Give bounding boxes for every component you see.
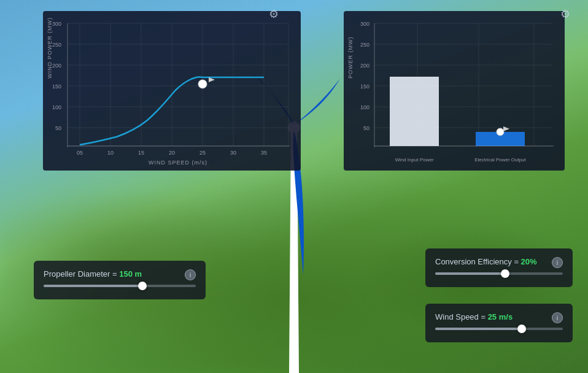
electrical-output-label: Electrical Power Output [474,157,526,163]
conversion-slider-track[interactable] [435,272,563,275]
conversion-info-button[interactable]: i [552,257,563,268]
svg-text:15: 15 [138,150,144,156]
svg-text:150: 150 [52,83,61,90]
svg-text:25: 25 [199,150,206,156]
svg-point-30 [198,80,207,88]
conversion-slider-thumb[interactable] [501,269,509,278]
windspeed-slider-thumb[interactable] [517,325,526,333]
svg-text:250: 250 [360,42,369,48]
svg-text:10: 10 [107,150,114,156]
svg-text:20: 20 [169,150,175,156]
wind-power-chart: WIND POWER (MW) 300 250 200 150 100 50 0… [43,11,301,171]
svg-text:300: 300 [52,21,61,27]
gear-right-icon[interactable]: ⚙ [560,7,570,21]
gear-left-icon[interactable]: ⚙ [269,7,279,21]
diameter-value: 150 m [119,269,142,279]
power-comparison-chart: POWER (MW) 300 250 200 150 100 50 Wind I… [344,11,565,171]
svg-text:05: 05 [77,150,83,156]
svg-text:200: 200 [52,63,61,69]
svg-text:300: 300 [360,21,369,27]
svg-rect-51 [390,77,439,146]
diameter-slider-thumb[interactable] [138,282,147,290]
svg-text:WIND SPEED (m/s): WIND SPEED (m/s) [149,160,207,166]
conversion-efficiency-panel: Conversion Efficiency = 20% i [425,248,573,287]
diameter-info-button[interactable]: i [185,269,196,280]
windspeed-slider-track[interactable] [435,328,563,330]
conversion-slider-fill [435,272,505,275]
svg-text:250: 250 [52,42,61,48]
svg-marker-54 [503,126,509,131]
diameter-slider-fill [44,285,142,287]
svg-text:100: 100 [52,104,61,110]
diameter-slider-track[interactable] [44,285,196,287]
svg-text:200: 200 [360,63,369,69]
svg-text:POWER (MW): POWER (MW) [347,37,354,79]
svg-text:100: 100 [360,104,369,110]
wind-input-label: Wind Input Power [395,157,433,163]
windspeed-label: Wind Speed = [435,312,488,321]
svg-text:150: 150 [360,83,369,90]
svg-point-53 [497,128,504,136]
svg-text:50: 50 [363,125,369,131]
svg-text:35: 35 [261,150,267,156]
windspeed-slider-fill [435,328,522,330]
svg-text:50: 50 [55,125,61,131]
conversion-label: Conversion Efficiency = [435,257,521,266]
conversion-value: 20% [521,257,537,266]
windspeed-value: 25 m/s [488,312,513,321]
diameter-label: Propeller Diameter = [44,269,119,279]
propeller-diameter-panel: Propeller Diameter = 150 m i [34,261,206,299]
svg-text:30: 30 [230,150,236,156]
windspeed-info-button[interactable]: i [552,312,563,323]
wind-speed-panel: Wind Speed = 25 m/s i [425,304,573,342]
